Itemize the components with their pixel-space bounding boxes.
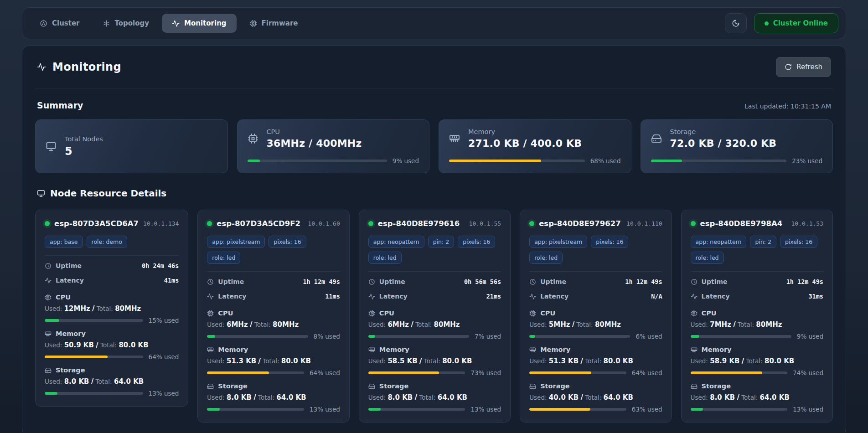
node-tag: pin: 2 — [750, 236, 776, 248]
separator: / — [419, 357, 422, 365]
memory-used-value: 51.3 KB — [227, 357, 256, 365]
total-label: Total: — [258, 394, 274, 401]
clock-icon — [529, 278, 536, 285]
node-name: esp-840D8E979627 — [539, 219, 620, 228]
cpu-progress-bar-fill — [368, 335, 375, 338]
refresh-button[interactable]: Refresh — [776, 57, 831, 77]
storage-progress-bar-fill — [529, 408, 590, 411]
separator: / — [253, 393, 256, 402]
summary-grid: Total Nodes 5 CPU 36MHz / 400MHz 9% used… — [35, 119, 833, 173]
used-label: Used: — [529, 321, 547, 328]
memory-total-value: 80.0 KB — [604, 357, 633, 365]
storage-progress-bar — [529, 408, 626, 411]
separator: / — [572, 320, 574, 329]
summary-card: Memory 271.0 KB / 400.0 KB 68% used — [439, 119, 631, 173]
chip-icon — [207, 310, 214, 317]
separator: / — [91, 377, 93, 386]
cpu-percent-label: 7% used — [475, 333, 501, 340]
latency-label: Latency — [702, 293, 730, 300]
latency-row: Latency 41ms — [45, 273, 179, 288]
cpu-percent-label: 6% used — [636, 333, 662, 340]
memory-icon — [449, 133, 460, 144]
node-card: esp-840D8E979627 10.0.1.110 app: pixelst… — [520, 210, 672, 423]
storage-used-value: 8.0 KB — [227, 393, 252, 402]
memory-progress-bar-fill — [691, 371, 762, 374]
storage-label: Storage — [702, 382, 731, 390]
node-stat-rows: Uptime 0h 56m 56s Latency 21ms — [368, 271, 501, 304]
memory-used-value: 58.5 KB — [388, 357, 417, 365]
tab-topology[interactable]: Topology — [93, 14, 160, 33]
separator: / — [580, 357, 583, 365]
storage-total-value: 64.0 KB — [604, 393, 633, 402]
uptime-row: Uptime 1h 12m 49s — [691, 274, 823, 289]
total-label: Total: — [254, 321, 271, 328]
node-header: esp-840D8E9798A4 10.0.1.53 — [691, 219, 823, 228]
clock-icon — [45, 263, 52, 269]
uptime-label: Uptime — [218, 278, 244, 285]
storage-total-value: 64.0 KB — [438, 393, 467, 402]
used-label: Used: — [691, 321, 708, 328]
summary-card-label: Memory — [468, 128, 582, 135]
node-grid: esp-807D3A5CD6A7 10.0.1.134 app: baserol… — [35, 210, 833, 423]
memory-total-value: 80.0 KB — [442, 357, 472, 365]
cpu-progress-bar-fill — [45, 319, 59, 322]
tab-cluster[interactable]: Cluster — [30, 14, 90, 33]
harddrive-icon — [207, 383, 214, 390]
storage-used-value: 40.0 KB — [549, 393, 579, 402]
cpu-progress-bar — [691, 335, 791, 338]
separator: / — [742, 357, 744, 365]
cpu-section: CPU Used: 12MHz / Total: 80MHz 15% used — [45, 294, 179, 324]
clock-icon — [207, 278, 214, 285]
tab-firmware[interactable]: Firmware — [239, 14, 308, 33]
memory-icon — [368, 346, 375, 353]
separator: / — [580, 393, 583, 402]
chip-icon — [691, 310, 698, 317]
node-ip: 10.0.1.134 — [143, 220, 179, 227]
separator: / — [96, 341, 98, 349]
latency-label: Latency — [218, 293, 246, 300]
memory-progress-bar — [45, 356, 143, 358]
node-details-heading-text: Node Resource Details — [50, 188, 166, 199]
storage-total-value: 64.0 KB — [114, 377, 144, 386]
cpu-used-value: 5MHz — [549, 320, 570, 329]
tab-label: Topology — [115, 19, 150, 27]
activity-icon — [368, 293, 375, 300]
memory-label: Memory — [379, 346, 409, 353]
theme-toggle-button[interactable] — [725, 13, 747, 33]
tab-label: Firmware — [262, 19, 298, 27]
memory-section: Memory Used: 51.3 KB / Total: 80.0 KB 64… — [529, 346, 662, 376]
summary-card: Storage 72.0 KB / 320.0 KB 23% used — [641, 119, 833, 173]
node-tag: pixels: 16 — [591, 236, 628, 248]
topology-icon — [103, 20, 110, 27]
uptime-label: Uptime — [702, 278, 728, 285]
memory-progress-bar — [529, 371, 626, 374]
node-stat-rows: Uptime 1h 12m 49s Latency N/A — [529, 271, 662, 304]
latency-row: Latency 31ms — [691, 289, 823, 304]
activity-icon — [691, 293, 698, 300]
page-title: Monitoring — [37, 61, 121, 73]
cpu-percent-label: 15% used — [149, 317, 179, 324]
tab-label: Monitoring — [184, 19, 226, 27]
summary-heading: Summary — [37, 100, 83, 110]
chip-icon — [249, 20, 257, 27]
cpu-progress-bar-fill — [691, 335, 700, 338]
clock-icon — [368, 278, 375, 285]
used-label: Used: — [368, 394, 386, 401]
node-tag: role: led — [529, 252, 563, 264]
memory-percent-label: 64% used — [632, 369, 662, 376]
chip-icon — [529, 310, 536, 317]
cluster-status-button[interactable]: Cluster Online — [754, 13, 838, 33]
storage-progress-bar-fill — [691, 408, 703, 411]
summary-section-head: Summary Last updated: 10:31:15 AM — [35, 100, 833, 110]
memory-label: Memory — [540, 346, 570, 353]
chip-icon — [368, 310, 375, 317]
uptime-label: Uptime — [540, 278, 566, 285]
uptime-value: 1h 12m 49s — [303, 278, 340, 285]
storage-section: Storage Used: 40.0 KB / Total: 64.0 KB 6… — [529, 382, 662, 413]
tab-monitoring[interactable]: Monitoring — [162, 14, 236, 33]
summary-card-value: 36MHz / 400MHz — [267, 138, 362, 149]
total-label: Total: — [424, 357, 440, 365]
used-label: Used: — [45, 305, 62, 312]
memory-section: Memory Used: 58.5 KB / Total: 80.0 KB 73… — [368, 346, 501, 376]
storage-label: Storage — [379, 382, 409, 390]
